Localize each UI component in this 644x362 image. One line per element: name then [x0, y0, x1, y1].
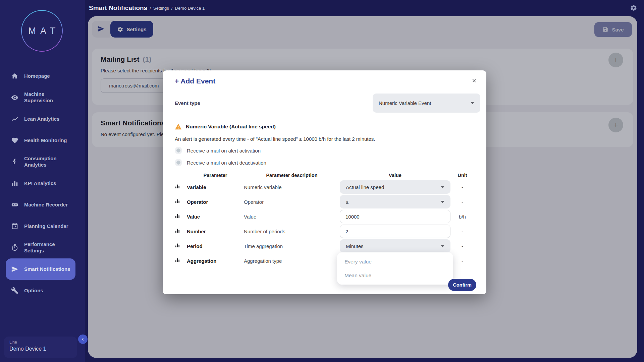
row-name: Aggregation: [187, 258, 244, 264]
chevron-down-icon: [441, 201, 444, 203]
device-panel[interactable]: Line Demo Device 1: [4, 337, 77, 358]
alert-description: An alert is generated every time - of "A…: [175, 136, 375, 142]
sidebar-item-label: KPI Analytics: [24, 180, 73, 187]
aggregation-dropdown-menu: Every value Mean value: [337, 252, 453, 285]
sidebar-item-label: Machine Supervision: [24, 91, 73, 104]
period-select[interactable]: Minutes: [340, 239, 450, 253]
header-parameter-description: Parameter description: [244, 173, 340, 178]
topbar: Smart Notifications / Settings / Demo De…: [85, 0, 644, 16]
breadcrumb-separator: /: [150, 6, 151, 11]
row-name: Value: [187, 214, 244, 220]
brand-text: MAT: [29, 26, 60, 36]
row-description: Aggregation type: [244, 258, 340, 264]
warning-row: Numeric Variable (Actual line speed): [175, 123, 276, 130]
event-type-label: Event type: [175, 94, 200, 113]
sidebar-item-lean-analytics[interactable]: Lean Analytics: [0, 108, 85, 130]
breadcrumb-separator: /: [171, 6, 173, 11]
table-header: Parameter Parameter description Value Un…: [175, 171, 474, 180]
home-icon: [11, 72, 18, 80]
row-name: Period: [187, 243, 244, 249]
app-root: MAT Homepage Machine Supervision Lean An…: [0, 0, 644, 362]
breadcrumb-item-settings[interactable]: Settings: [153, 6, 169, 11]
radio-icon: [175, 147, 182, 154]
sidebar-item-smart-notifications[interactable]: Smart Notifications: [6, 258, 75, 280]
radio-icon: [175, 159, 182, 166]
number-of-periods-input[interactable]: [340, 225, 450, 238]
sidebar-item-planning-calendar[interactable]: Planning Calendar: [0, 216, 85, 237]
header-parameter: Parameter: [187, 173, 244, 178]
sidebar-item-machine-recorder[interactable]: Machine Recorder: [0, 194, 85, 216]
operator-select-value: ≤: [346, 199, 441, 205]
sidebar-item-health-monitoring[interactable]: Health Monitoring: [0, 130, 85, 151]
modal-close-button[interactable]: [471, 78, 477, 84]
settings-gear-button[interactable]: [630, 4, 637, 12]
sidebar-item-label: Planning Calendar: [24, 223, 73, 230]
table-row: Value Value b/h: [175, 209, 474, 224]
sidebar-item-consumption-analytics[interactable]: Consumption Analytics: [0, 151, 85, 173]
bar-chart-icon: [175, 198, 187, 205]
row-unit: -: [450, 243, 474, 249]
bar-chart-icon: [11, 180, 18, 187]
header-unit: Unit: [450, 173, 474, 178]
sidebar-item-label: Health Monitoring: [24, 137, 73, 144]
row-unit: -: [450, 258, 474, 264]
chevron-down-icon: [441, 186, 444, 188]
dropdown-option-mean-value[interactable]: Mean value: [337, 268, 453, 282]
chevron-left-icon: [80, 337, 86, 342]
bar-chart-icon: [175, 228, 187, 235]
row-description: Value: [244, 214, 340, 220]
row-name: Variable: [187, 184, 244, 190]
bar-chart-icon: [175, 184, 187, 190]
variable-select[interactable]: Actual line speed: [340, 180, 450, 194]
bar-chart-icon: [175, 257, 187, 264]
sidebar-item-label: Performance Settings: [24, 241, 73, 254]
row-unit: b/h: [450, 214, 474, 220]
row-name: Operator: [187, 199, 244, 205]
sidebar-collapse-button[interactable]: [78, 335, 88, 344]
recorder-icon: [11, 201, 18, 208]
bar-chart-icon: [175, 243, 187, 249]
event-type-value: Numeric Variable Event: [379, 100, 471, 106]
sidebar-item-performance-settings[interactable]: Performance Settings: [0, 237, 85, 258]
sidebar-item-label: Lean Analytics: [24, 116, 73, 122]
wrench-icon: [11, 287, 18, 294]
device-panel-label: Line: [9, 340, 72, 345]
sidebar-item-label: Options: [24, 288, 73, 294]
sidebar-item-kpi-analytics[interactable]: KPI Analytics: [0, 173, 85, 194]
bolt-icon: [11, 158, 18, 166]
breadcrumb-item-device[interactable]: Demo Device 1: [175, 6, 205, 11]
table-row: Operator Operator ≤ -: [175, 194, 474, 209]
modal-title: + Add Event: [175, 77, 215, 85]
dropdown-option-every-value[interactable]: Every value: [337, 255, 453, 268]
chevron-down-icon: [441, 245, 444, 247]
calendar-icon: [11, 223, 18, 230]
radio-alert-activation[interactable]: Receive a mail on alert activation: [175, 147, 261, 154]
row-unit: -: [450, 184, 474, 190]
confirm-button[interactable]: Confirm: [448, 279, 476, 291]
divider: [169, 118, 480, 118]
row-unit: -: [450, 229, 474, 234]
sidebar-item-homepage[interactable]: Homepage: [0, 65, 85, 87]
sidebar-item-machine-supervision[interactable]: Machine Supervision: [0, 87, 85, 108]
row-description: Time aggregation: [244, 243, 340, 249]
sidebar-item-label: Machine Recorder: [24, 202, 73, 208]
warning-title: Numeric Variable (Actual line speed): [186, 124, 276, 130]
breadcrumb-title: Smart Notifications: [89, 4, 147, 12]
table-row: Number Number of periods -: [175, 224, 474, 239]
variable-select-value: Actual line speed: [346, 184, 441, 190]
period-select-value: Minutes: [346, 243, 441, 249]
row-name: Number: [187, 229, 244, 234]
header-value: Value: [340, 173, 450, 178]
sidebar-item-options[interactable]: Options: [0, 280, 85, 301]
value-input[interactable]: [340, 210, 450, 223]
radio-alert-deactivation[interactable]: Receive a mail on alert deactivation: [175, 159, 266, 166]
stopwatch-icon: [11, 244, 18, 251]
operator-select[interactable]: ≤: [340, 195, 450, 208]
add-event-modal: + Add Event Event type Numeric Variable …: [163, 70, 486, 294]
event-type-select[interactable]: Numeric Variable Event: [373, 94, 480, 113]
radio-label: Receive a mail on alert activation: [187, 148, 261, 154]
warning-icon: [175, 123, 182, 130]
row-description: Numeric variable: [244, 184, 340, 190]
sidebar-item-label: Smart Notifications: [24, 266, 73, 273]
sidebar-item-label: Homepage: [24, 73, 73, 79]
